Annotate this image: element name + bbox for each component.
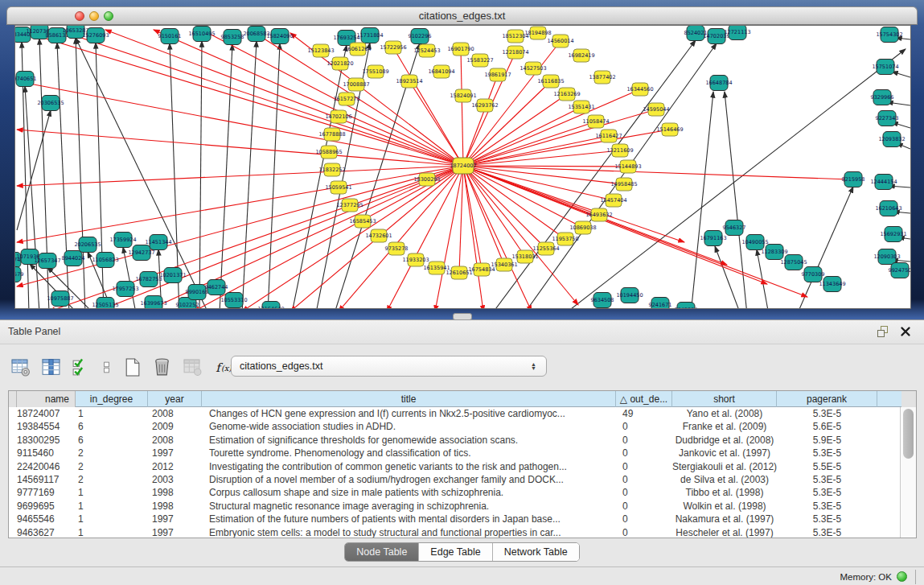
table-mode-button[interactable]	[8, 354, 33, 380]
cell-out_de: 49	[616, 407, 672, 420]
column-header-pagerank[interactable]: pagerank	[777, 391, 877, 407]
graph-node-label: 15123843	[307, 47, 334, 54]
table-row[interactable]: 1872400712008Changes of HCN gene express…	[9, 407, 916, 420]
scrollbar-thumb[interactable]	[903, 409, 914, 459]
column-header-out_de[interactable]: △ out_de...	[616, 391, 672, 407]
column-header-in_degree[interactable]: in_degree	[76, 391, 148, 407]
citation-edge	[491, 40, 696, 309]
float-panel-icon[interactable]	[874, 324, 892, 340]
graph-node-label: 11343649	[819, 281, 845, 287]
hub-citation-edge	[463, 166, 525, 257]
graph-node-label: 9853258	[221, 34, 244, 40]
column-header-short[interactable]: short	[672, 391, 777, 407]
delete-table-button[interactable]	[180, 354, 205, 380]
table-row[interactable]: 911546021997Tourette syndrome. Phenomeno…	[9, 447, 916, 459]
cell-name: 9699695	[9, 500, 76, 513]
graph-node-label: 11832252	[318, 167, 345, 173]
table-selector-value: citations_edges.txt	[240, 360, 531, 372]
tab-network-table[interactable]: Network Table	[493, 543, 579, 561]
cell-year: 2009	[148, 420, 202, 433]
cell-title: Changes of HCN gene expression and I(f) …	[202, 407, 616, 420]
cell-pagerank: 5.3E-5	[777, 407, 877, 420]
graph-node-label: 12524453	[413, 47, 440, 54]
table-row[interactable]: 1938455462009Genome-wide association stu…	[9, 420, 916, 433]
graph-node-label: 9735278	[385, 245, 409, 252]
column-header-gutter	[877, 391, 901, 407]
cell-year: 1998	[148, 486, 202, 499]
table-row[interactable]: 1456911722003Disruption of a novel membe…	[9, 473, 916, 486]
cell-year: 1997	[148, 513, 202, 525]
graph-node-label: 16293762	[471, 102, 498, 109]
delete-column-button[interactable]	[150, 354, 175, 380]
table-row[interactable]: 969969511998Structural magnetic resonanc…	[9, 500, 916, 513]
tab-node-table[interactable]: Node Table	[345, 543, 419, 561]
graph-node-label: 16982419	[568, 52, 594, 59]
column-header-year[interactable]: year	[148, 391, 202, 407]
cell-name: 14569117	[9, 473, 76, 486]
cell-pagerank: 5.3E-5	[777, 473, 877, 486]
cell-short: Stergiakouli et al. (2012)	[672, 460, 777, 473]
table-row[interactable]: 977716911998Corpus callosum shape and si…	[9, 486, 916, 499]
cell-in_degree: 6	[76, 420, 148, 433]
graph-node-label: 13877402	[589, 74, 615, 80]
hub-citation-edge	[463, 130, 670, 166]
cell-in_degree: 2	[76, 460, 148, 473]
table-row[interactable]: 1830029562008Estimation of significance …	[9, 434, 916, 447]
graph-node-label: 16493632	[585, 212, 612, 218]
column-header-name[interactable]: name	[17, 391, 76, 407]
show-columns-button[interactable]	[39, 354, 64, 380]
graph-node-label: 15276093	[82, 32, 109, 39]
graph-node-label: 16585453	[349, 218, 376, 225]
table-scrollbar[interactable]	[900, 407, 916, 538]
table-header: namein_degreeyeartitle△ out_de...shortpa…	[9, 391, 916, 407]
cell-pagerank: 5.3E-5	[777, 513, 877, 525]
table-selector-dropdown[interactable]: citations_edges.txt ▲▼	[231, 356, 547, 377]
network-canvas[interactable]: 9334408112073608586131106532871527609391…	[14, 25, 911, 309]
graph-node-label: 8215958	[842, 176, 865, 183]
table-row[interactable]: 946362711997Embryonic stem cells: a mode…	[9, 526, 916, 538]
cell-out_de: 0	[616, 460, 672, 473]
cell-title: Estimation of significance thresholds fo…	[202, 434, 616, 447]
graph-node-label: 10869038	[569, 225, 596, 231]
cell-year: 2008	[148, 407, 202, 420]
select-all-columns-button[interactable]	[69, 354, 92, 380]
cell-name: 9115460	[9, 447, 76, 459]
graph-node-label: 16157278	[333, 96, 359, 102]
cell-short: Tibbo et al. (1998)	[672, 486, 777, 499]
table-row[interactable]: 2242004622012Investigating the contribut…	[9, 460, 916, 473]
column-header-gutter	[9, 391, 17, 407]
network-window-titlebar[interactable]: citations_edges.txt	[6, 6, 918, 25]
graph-node-label: 10194450	[616, 292, 643, 299]
cell-name: 22420046	[9, 460, 76, 473]
graph-node-label: 11731804	[356, 32, 383, 39]
cell-in_degree: 1	[76, 407, 148, 420]
unselect-all-columns-button[interactable]	[98, 354, 115, 380]
graph-node-label: 17551089	[362, 68, 388, 75]
citation-edge	[725, 92, 747, 309]
graph-node-label: 20306535	[37, 100, 64, 106]
graph-node-label: 12090303	[873, 253, 900, 260]
graph-node-label: 12875045	[780, 259, 807, 266]
close-panel-icon[interactable]	[897, 324, 914, 340]
graph-node-label: 12163269	[553, 91, 580, 97]
create-column-button[interactable]	[121, 354, 144, 380]
column-header-title[interactable]: title	[202, 391, 616, 407]
memory-ok-icon	[897, 571, 907, 582]
cell-in_degree: 1	[76, 500, 148, 513]
graph-node-label: 15583227	[466, 57, 493, 64]
citation-edge	[715, 246, 741, 309]
table-row[interactable]: 946554611997Estimation of the future num…	[9, 513, 916, 525]
cell-out_de: 0	[616, 500, 672, 513]
cell-short: Yano et al. (2008)	[672, 407, 777, 420]
cell-name: 19384554	[9, 420, 76, 433]
graph-node-label: 9546327	[723, 225, 746, 231]
tab-edge-table[interactable]: Edge Table	[419, 543, 492, 561]
cell-year: 2003	[148, 473, 202, 486]
hub-citation-edge	[17, 166, 463, 242]
graph-node-label: 8944024	[62, 255, 85, 262]
graph-node-label: 16116427	[595, 133, 622, 139]
graph-node-label: 12721113	[724, 29, 750, 35]
graph-node-label: 10490055	[741, 239, 768, 245]
graph-node-label: 14958485	[610, 181, 637, 187]
graph-node-label: 20206535	[74, 241, 101, 248]
